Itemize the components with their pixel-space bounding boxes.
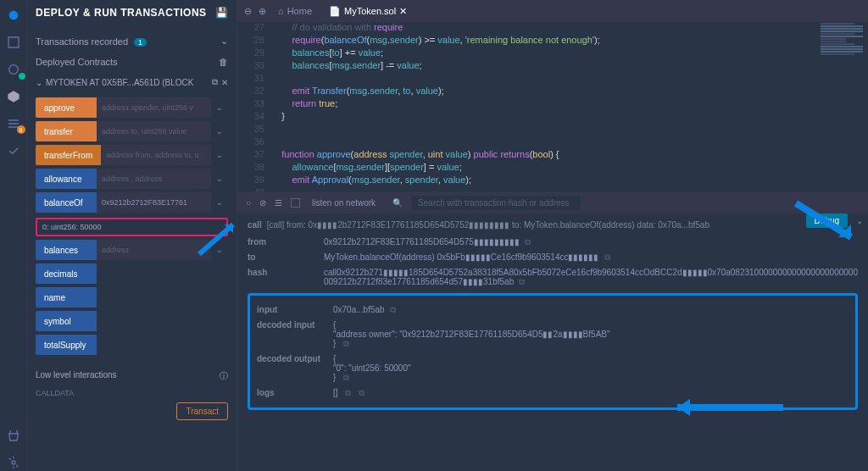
to-label: to xyxy=(248,252,324,263)
hash-value: call0x9212b271▮▮▮▮▮185D654D5752a38318f5A… xyxy=(324,268,858,286)
copy-icon[interactable]: ⧉ xyxy=(343,373,349,382)
copy-icon[interactable]: ⧉ xyxy=(212,77,218,87)
to-value: MyToken.balanceOf(address) 0x5bFb▮▮▮▮▮Ce… xyxy=(324,252,599,262)
transferfrom-input[interactable] xyxy=(101,145,211,165)
terminal-search-input[interactable] xyxy=(411,196,581,210)
contract-name: MYTOKEN AT 0X5BF...A561D (BLOCK xyxy=(46,78,209,87)
transactions-recorded-header[interactable]: Transactions recorded 1 ⌄ xyxy=(36,30,228,52)
transferfrom-button[interactable]: transferFrom xyxy=(36,145,101,165)
copy-icon[interactable]: ⧉ xyxy=(519,277,525,286)
editor-tabs: ⊖ ⊕ ⌂ Home 📄 MyToken.sol ✕ xyxy=(237,0,868,22)
file-icon: 📄 xyxy=(329,6,341,17)
balanceof-button[interactable]: balanceOf xyxy=(36,192,97,213)
symbol-button[interactable]: symbol xyxy=(36,311,97,331)
calldata-label: CALLDATA xyxy=(36,389,228,397)
fn-transfer: transfer ⌄ xyxy=(36,121,228,141)
tab-mytoken-label: MyToken.sol xyxy=(344,6,396,16)
call-line-text: [call] from: 0x▮▮▮▮2b2712F83E17761185D65… xyxy=(267,220,709,230)
logo-icon[interactable] xyxy=(5,7,22,24)
hash-label: hash xyxy=(248,268,324,287)
minimap[interactable] xyxy=(817,22,868,191)
decimals-button[interactable]: decimals xyxy=(36,263,97,284)
debug-icon[interactable]: 8 xyxy=(5,115,22,132)
home-icon: ⌂ xyxy=(278,6,284,16)
settings-icon[interactable] xyxy=(5,454,22,471)
terminal-output: call [call] from: 0x▮▮▮▮2b2712F83E177611… xyxy=(237,213,868,471)
input-label: input xyxy=(257,305,333,315)
tab-mytoken[interactable]: 📄 MyToken.sol ✕ xyxy=(324,6,412,17)
row-decoded-input: decoded input { "address owner": "0x9212… xyxy=(257,318,849,352)
panel-title: DEPLOY & RUN TRANSACTIONS 💾 xyxy=(36,7,228,19)
copy-icon[interactable]: ⧉ xyxy=(604,252,610,262)
input-value: 0x70a...bf5ab xyxy=(333,305,385,314)
trash-icon[interactable]: 🗑 xyxy=(219,57,228,67)
check-icon[interactable] xyxy=(5,142,22,159)
fn-approve: approve ⌄ xyxy=(36,97,228,118)
copy-icon[interactable]: ⧉ xyxy=(390,305,396,314)
transfer-button[interactable]: transfer xyxy=(36,121,97,141)
chevron-down-icon[interactable]: ⌄ xyxy=(211,121,228,141)
from-value: 0x9212b2712F83E17761185D654D575▮▮▮▮▮▮▮▮▮ xyxy=(324,237,520,247)
circle-icon[interactable]: ○ xyxy=(246,198,251,208)
fn-transferfrom: transferFrom ⌄ xyxy=(36,145,228,165)
fn-allowance: allowance ⌄ xyxy=(36,169,228,189)
allowance-button[interactable]: allowance xyxy=(36,169,97,189)
annotation-arrow xyxy=(787,195,864,254)
from-label: from xyxy=(248,237,324,247)
zoom-in-icon[interactable]: ⊕ xyxy=(259,6,266,17)
low-level-section: Low level interactions ⓘ CALLDATA Transa… xyxy=(36,367,228,397)
info-icon[interactable]: ⓘ xyxy=(220,370,228,382)
terminal-bar: ○ ⊘ ☰ listen on network 🔍 xyxy=(237,191,868,213)
code-editor[interactable]: 2728293031323334353637383940414243 // do… xyxy=(237,22,868,191)
copy-icon[interactable]: ⧉ xyxy=(343,339,349,348)
totalsupply-button[interactable]: totalSupply xyxy=(36,335,97,355)
svg-point-0 xyxy=(8,11,18,20)
name-button[interactable]: name xyxy=(36,287,97,308)
chevron-down-icon[interactable]: ⌄ xyxy=(211,97,228,118)
chevron-down-icon[interactable]: ⌄ xyxy=(211,145,228,165)
compiler-icon[interactable] xyxy=(5,61,22,78)
chevron-down-icon: ⌄ xyxy=(36,78,42,87)
deploy-icon[interactable] xyxy=(5,88,22,105)
deployed-contracts-header: Deployed Contracts 🗑 xyxy=(36,52,228,72)
row-input: input 0x70a...bf5ab⧉ xyxy=(257,302,849,318)
balances-button[interactable]: balances xyxy=(36,240,97,260)
transact-button[interactable]: Transact xyxy=(176,402,228,420)
balances-input[interactable] xyxy=(97,240,211,260)
line-numbers: 2728293031323334353637383940414243 xyxy=(237,22,271,191)
ban-icon[interactable]: ⊘ xyxy=(259,198,266,208)
close-icon[interactable]: ✕ xyxy=(221,78,228,87)
decoded-input-label: decoded input xyxy=(257,320,333,349)
copy-icon[interactable]: ⧉ xyxy=(345,388,351,397)
chevron-down-icon[interactable]: ⌄ xyxy=(211,192,228,213)
list-icon[interactable]: ☰ xyxy=(275,198,282,208)
fn-totalsupply: totalSupply xyxy=(36,335,228,355)
balanceof-input[interactable] xyxy=(97,192,211,213)
search-icon[interactable]: 🔍 xyxy=(392,198,403,208)
row-decoded-output: decoded output { "0": "uint256: 50000" }… xyxy=(257,352,849,385)
fn-name: name xyxy=(36,287,228,308)
close-tab-icon[interactable]: ✕ xyxy=(399,6,407,17)
tab-home[interactable]: ⌂ Home xyxy=(273,6,317,16)
call-prefix: call xyxy=(248,220,262,230)
fn-balanceof: balanceOf ⌄ xyxy=(36,192,228,213)
contract-instance-header[interactable]: ⌄ MYTOKEN AT 0X5BF...A561D (BLOCK ⧉ ✕ xyxy=(36,72,228,92)
transfer-input[interactable] xyxy=(97,121,211,141)
deployed-contracts-label: Deployed Contracts xyxy=(36,57,118,67)
copy-icon[interactable]: ⧉ xyxy=(359,388,364,397)
listen-checkbox[interactable] xyxy=(291,198,300,208)
allowance-input[interactable] xyxy=(97,169,211,189)
approve-button[interactable]: approve xyxy=(36,97,97,118)
svg-point-2 xyxy=(12,461,15,464)
icon-sidebar: 8 xyxy=(0,0,27,471)
logs-value: [] xyxy=(333,388,338,397)
plugin-icon[interactable] xyxy=(5,427,22,444)
save-icon[interactable]: 💾 xyxy=(215,7,229,19)
approve-input[interactable] xyxy=(97,97,211,118)
zoom-out-icon[interactable]: ⊖ xyxy=(244,6,252,17)
file-explorer-icon[interactable] xyxy=(5,34,22,51)
annotation-arrow xyxy=(195,212,246,263)
copy-icon[interactable]: ⧉ xyxy=(525,237,531,247)
editor-area: ⊖ ⊕ ⌂ Home 📄 MyToken.sol ✕ 2728293031323… xyxy=(237,0,868,471)
chevron-down-icon[interactable]: ⌄ xyxy=(211,169,228,189)
